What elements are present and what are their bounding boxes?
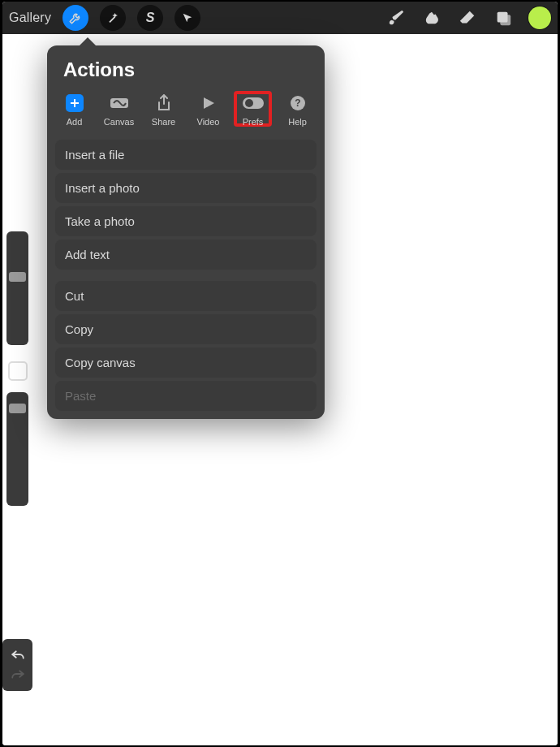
play-icon xyxy=(197,94,220,112)
gallery-button[interactable]: Gallery xyxy=(9,11,51,25)
tab-label: Help xyxy=(288,117,307,127)
tab-label: Add xyxy=(67,117,83,127)
tab-share[interactable]: Share xyxy=(144,91,183,127)
tab-label: Share xyxy=(152,117,175,127)
redo-button[interactable] xyxy=(11,665,25,684)
side-toolbar xyxy=(2,231,32,691)
tab-add[interactable]: Add xyxy=(55,91,93,127)
menu-cut[interactable]: Cut xyxy=(55,281,317,311)
menu-add-text[interactable]: Add text xyxy=(55,240,317,270)
actions-popover: Actions Add Canvas Share Video Prefs xyxy=(47,45,325,419)
svg-text:?: ? xyxy=(295,97,300,109)
canvas-icon xyxy=(108,94,131,112)
adjustments-button[interactable] xyxy=(100,5,126,31)
undo-redo-group xyxy=(2,639,32,691)
brush-size-thumb[interactable] xyxy=(9,272,26,282)
help-icon: ? xyxy=(286,94,309,112)
smudge-tool[interactable] xyxy=(421,7,442,28)
selection-button[interactable]: S xyxy=(137,5,163,31)
tab-canvas[interactable]: Canvas xyxy=(100,91,138,127)
svg-rect-1 xyxy=(500,15,510,25)
menu-insert-photo[interactable]: Insert a photo xyxy=(55,173,317,203)
svg-rect-3 xyxy=(71,102,79,104)
wand-icon xyxy=(102,7,123,28)
cursor-icon xyxy=(177,7,198,28)
menu-copy[interactable]: Copy xyxy=(55,314,317,344)
tab-label: Video xyxy=(197,117,220,127)
svg-point-6 xyxy=(245,99,253,107)
tab-prefs[interactable]: Prefs xyxy=(234,91,272,127)
actions-button[interactable] xyxy=(62,5,88,31)
layers-button[interactable] xyxy=(493,7,514,28)
popover-title: Actions xyxy=(47,45,325,84)
wrench-icon xyxy=(65,7,86,28)
modify-button[interactable] xyxy=(8,361,28,381)
tab-label: Prefs xyxy=(243,117,264,127)
opacity-thumb[interactable] xyxy=(9,404,26,413)
menu-insert-file[interactable]: Insert a file xyxy=(55,140,317,170)
actions-tabs: Add Canvas Share Video Prefs ? Help xyxy=(47,84,325,140)
tab-video[interactable]: Video xyxy=(189,91,227,127)
plus-icon xyxy=(66,94,84,112)
top-toolbar: Gallery S xyxy=(2,2,558,34)
menu-copy-canvas[interactable]: Copy canvas xyxy=(55,348,317,378)
toggle-icon xyxy=(242,94,265,112)
share-icon xyxy=(153,94,175,112)
undo-button[interactable] xyxy=(11,646,25,665)
menu-take-photo[interactable]: Take a photo xyxy=(55,206,317,236)
tab-help[interactable]: ? Help xyxy=(278,91,317,127)
eraser-tool[interactable] xyxy=(457,7,478,28)
menu-paste: Paste xyxy=(55,381,317,411)
actions-menu-group-2: Cut Copy Copy canvas Paste xyxy=(47,281,325,411)
brush-size-slider[interactable] xyxy=(6,231,28,345)
color-picker[interactable] xyxy=(528,6,551,29)
actions-menu-group-1: Insert a file Insert a photo Take a phot… xyxy=(47,140,325,270)
transform-button[interactable] xyxy=(174,5,200,31)
tab-label: Canvas xyxy=(104,117,134,127)
brush-tool[interactable] xyxy=(386,7,407,28)
snake-icon: S xyxy=(140,7,161,28)
opacity-slider[interactable] xyxy=(6,392,28,506)
